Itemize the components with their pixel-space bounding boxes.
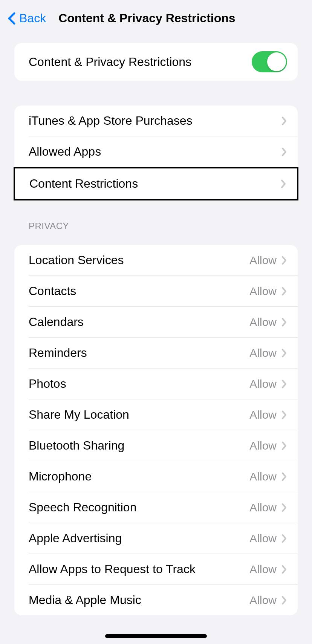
home-indicator[interactable] <box>105 634 207 638</box>
chevron-right-icon <box>281 503 287 512</box>
row-label: Bluetooth Sharing <box>29 439 249 453</box>
back-chevron-icon[interactable] <box>8 12 16 25</box>
chevron-right-icon <box>280 179 286 188</box>
privacy-section: Location Services Allow Contacts Allow C… <box>14 245 298 615</box>
toggle-knob-icon <box>267 52 286 71</box>
reminders-row[interactable]: Reminders Allow <box>14 338 298 368</box>
itunes-purchases-row[interactable]: iTunes & App Store Purchases <box>14 106 298 136</box>
chevron-right-icon <box>281 147 287 156</box>
microphone-row[interactable]: Microphone Allow <box>14 461 298 492</box>
content-privacy-toggle-row: Content & Privacy Restrictions <box>14 43 298 81</box>
content-restrictions-highlight: Content Restrictions <box>14 167 298 200</box>
page-title: Content & Privacy Restrictions <box>58 11 235 25</box>
row-detail: Allow <box>249 532 277 545</box>
row-label: Location Services <box>29 253 249 267</box>
row-detail: Allow <box>249 285 277 298</box>
privacy-section-header: Privacy <box>0 200 312 237</box>
media-apple-music-row[interactable]: Media & Apple Music Allow <box>14 585 298 615</box>
location-services-row[interactable]: Location Services Allow <box>14 245 298 275</box>
row-label: Speech Recognition <box>29 500 249 514</box>
chevron-right-icon <box>281 441 287 450</box>
bluetooth-sharing-row[interactable]: Bluetooth Sharing Allow <box>14 430 298 461</box>
content-restrictions-row[interactable]: Content Restrictions <box>15 168 297 199</box>
chevron-right-icon <box>281 565 287 574</box>
row-detail: Allow <box>249 254 277 267</box>
toggle-row-label: Content & Privacy Restrictions <box>29 55 252 69</box>
calendars-row[interactable]: Calendars Allow <box>14 307 298 337</box>
row-label: Media & Apple Music <box>29 593 249 607</box>
chevron-right-icon <box>281 410 287 419</box>
chevron-right-icon <box>281 596 287 605</box>
chevron-right-icon <box>281 287 287 296</box>
row-label: iTunes & App Store Purchases <box>29 114 281 128</box>
nav-bar: Back Content & Privacy Restrictions <box>0 0 312 35</box>
allowed-apps-row[interactable]: Allowed Apps <box>14 136 298 167</box>
row-detail: Allow <box>249 501 277 514</box>
contacts-row[interactable]: Contacts Allow <box>14 276 298 306</box>
row-detail: Allow <box>249 470 277 483</box>
back-button[interactable]: Back <box>19 11 46 25</box>
toggle-section: Content & Privacy Restrictions <box>14 43 298 81</box>
chevron-right-icon <box>281 318 287 327</box>
row-label: Photos <box>29 377 249 391</box>
photos-row[interactable]: Photos Allow <box>14 369 298 399</box>
row-detail: Allow <box>249 594 277 607</box>
row-detail: Allow <box>249 378 277 390</box>
speech-recognition-row[interactable]: Speech Recognition Allow <box>14 492 298 523</box>
chevron-right-icon <box>281 379 287 389</box>
row-label: Calendars <box>29 315 249 329</box>
content-privacy-toggle[interactable] <box>252 51 287 72</box>
row-label: Reminders <box>29 346 249 360</box>
share-my-location-row[interactable]: Share My Location Allow <box>14 399 298 430</box>
apple-advertising-row[interactable]: Apple Advertising Allow <box>14 523 298 554</box>
row-label: Apple Advertising <box>29 531 249 545</box>
row-label: Share My Location <box>29 408 249 422</box>
row-label: Microphone <box>29 470 249 483</box>
row-detail: Allow <box>249 408 277 421</box>
chevron-right-icon <box>281 349 287 358</box>
row-label: Contacts <box>29 284 249 298</box>
row-detail: Allow <box>249 563 277 576</box>
row-label: Allowed Apps <box>29 145 281 159</box>
nav-section: iTunes & App Store Purchases Allowed App… <box>14 106 298 200</box>
row-detail: Allow <box>249 439 277 452</box>
allow-apps-to-track-row[interactable]: Allow Apps to Request to Track Allow <box>14 554 298 584</box>
row-detail: Allow <box>249 316 277 329</box>
chevron-right-icon <box>281 472 287 481</box>
chevron-right-icon <box>281 256 287 265</box>
row-label: Content Restrictions <box>29 177 280 191</box>
row-label: Allow Apps to Request to Track <box>29 562 249 576</box>
chevron-right-icon <box>281 534 287 543</box>
row-detail: Allow <box>249 347 277 359</box>
chevron-right-icon <box>281 116 287 125</box>
